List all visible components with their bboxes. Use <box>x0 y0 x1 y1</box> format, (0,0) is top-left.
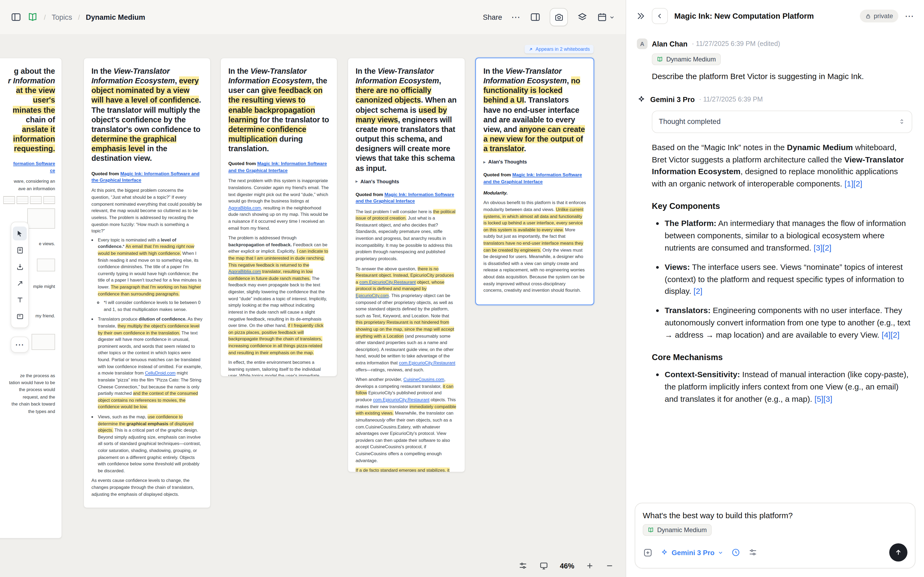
settings-sliders-icon[interactable] <box>748 548 758 557</box>
expand-collapse-icon <box>898 118 905 125</box>
note-tool-icon[interactable] <box>13 243 27 257</box>
appears-in-whiteboards-tooltip[interactable]: Appears in 2 whiteboards <box>525 45 594 53</box>
note-card-modularity[interactable]: In the View-Translator Information Ecosy… <box>475 58 594 305</box>
privacy-label: private <box>874 12 893 20</box>
card-body: The next problem with this system is ina… <box>228 177 330 377</box>
external-link-icon <box>528 47 533 52</box>
bullet-item: Translators: Engineering components with… <box>665 305 912 342</box>
thoughts-disclosure[interactable]: ▸ Alan's Thoughts <box>483 160 586 165</box>
note-card-confidence[interactable]: In the View-Translator Information Ecosy… <box>83 58 211 508</box>
layers-icon[interactable] <box>577 12 588 23</box>
message-meta: · 11/27/2025 6:39 PM (edited) <box>692 40 780 48</box>
figure-sketch <box>27 208 55 229</box>
source-link-fragment[interactable]: ce <box>0 167 55 174</box>
chat-menu-icon[interactable]: ⋯ <box>905 10 914 22</box>
zoom-in-icon[interactable] <box>586 561 594 570</box>
note-card-clipped[interactable]: g about ther Informationat the viewuser'… <box>0 58 62 538</box>
chat-panel: Magic Ink: New Computation Platform priv… <box>626 0 924 577</box>
text-fragment: tation would have to be <box>0 379 55 387</box>
card-title: g about ther Informationat the viewuser'… <box>0 66 55 153</box>
lock-icon <box>865 13 871 19</box>
import-tool-icon[interactable] <box>13 259 27 274</box>
chat-title: Magic Ink: New Computation Platform <box>674 12 814 20</box>
arrow-tool-icon[interactable] <box>13 276 27 290</box>
whiteboard-chip-icon <box>657 56 663 63</box>
text-tool-icon[interactable] <box>13 293 27 307</box>
privacy-badge[interactable]: private <box>860 10 898 23</box>
page-thumbnail <box>3 196 15 204</box>
canvas-zoom-bar: 46% <box>518 561 614 571</box>
title-line: chain of <box>0 115 55 124</box>
message-header: Gemini 3 Pro · 11/27/2025 6:39 PM <box>637 95 912 104</box>
assistant-answer: Based on the “Magic Ink” notes in the Dy… <box>652 142 912 406</box>
share-button[interactable]: Share <box>483 13 502 21</box>
thoughts-label: Alan's Thoughts <box>360 179 399 184</box>
composer-controls: Gemini 3 Pro <box>643 543 908 561</box>
section-heading: Core Mechanisms <box>652 351 912 363</box>
bullet-item: Views, such as the map, use confidence t… <box>98 414 203 474</box>
paragraph: The problem is addressed through backpro… <box>228 235 330 356</box>
paragraph: In effect, the entire environment become… <box>228 359 330 377</box>
breadcrumb-current[interactable]: Dynamic Medium <box>86 13 145 21</box>
title-line: at the view <box>0 86 55 95</box>
back-button[interactable] <box>652 8 668 24</box>
composer-input[interactable]: What's the best way to build this platfo… <box>643 511 908 520</box>
attach-icon[interactable] <box>643 547 653 558</box>
context-chip[interactable]: Dynamic Medium <box>652 53 720 65</box>
message-composer[interactable]: What's the best way to build this platfo… <box>635 503 916 569</box>
history-icon[interactable] <box>731 548 741 557</box>
calendar-icon <box>597 12 607 23</box>
timestamp: 11/27/2025 6:39 PM <box>703 96 763 103</box>
source-link-fragment[interactable]: formation Software <box>0 161 55 167</box>
title-line: r Information <box>0 76 55 85</box>
snapshot-icon <box>554 12 564 22</box>
sidebar-toggle-icon[interactable] <box>11 12 21 23</box>
select-tool-icon[interactable] <box>13 227 27 240</box>
paragraph: At this point, the biggest problem conce… <box>91 187 203 235</box>
bullet-item: The Platform: An intermediary that manag… <box>665 218 912 254</box>
model-selector[interactable]: Gemini 3 Pro <box>661 548 724 556</box>
quoted-from: Quoted from Magic Ink: Information Softw… <box>91 170 203 184</box>
more-menu-icon[interactable]: ⋯ <box>511 11 521 23</box>
figure-sketch <box>32 334 55 350</box>
paragraph: When another provider, CuisineCousins.co… <box>355 376 457 464</box>
note-card-canonization[interactable]: In the View-Translator Information Ecosy… <box>347 58 465 472</box>
user-message-text: Describe the platform Bret Victor is sug… <box>652 71 912 82</box>
whiteboard-canvas[interactable]: g about ther Informationat the viewuser'… <box>0 34 626 577</box>
calendar-button[interactable] <box>597 12 615 23</box>
thoughts-disclosure[interactable]: ▸ Alan's Thoughts <box>355 179 457 184</box>
text-fragment: ware, considering an <box>0 178 55 185</box>
message-meta: · 11/27/2025 6:39 PM <box>699 96 763 103</box>
card-tool-icon[interactable] <box>13 309 27 323</box>
note-card-feedback[interactable]: In the View-Translator Information Ecosy… <box>220 58 338 377</box>
panel-right-icon[interactable] <box>530 12 541 23</box>
sparkle-icon <box>661 548 669 556</box>
send-button[interactable] <box>889 543 908 561</box>
whiteboard-app-icon[interactable] <box>27 12 38 23</box>
zoom-level[interactable]: 46% <box>560 562 574 570</box>
fit-view-icon[interactable] <box>539 561 549 571</box>
thought-status[interactable]: Thought completed <box>652 111 912 133</box>
zoom-out-icon[interactable] <box>605 561 614 570</box>
text-fragment: the process would <box>0 387 55 394</box>
paragraph: The next problem with this system is ina… <box>228 177 330 232</box>
message-header: A Alan Chan · 11/27/2025 6:39 PM (edited… <box>637 39 912 49</box>
title-line: user's <box>0 95 55 105</box>
thoughts-label: Alan's Thoughts <box>488 160 527 165</box>
paragraph: If a de facto standard emerges and stabi… <box>355 467 457 472</box>
context-chip[interactable]: Dynamic Medium <box>643 524 711 536</box>
page-thumbnail <box>16 196 28 204</box>
bullet-list: Context-Sensitivity: Instead of manual i… <box>652 369 912 405</box>
chat-messages[interactable]: A Alan Chan · 11/27/2025 6:39 PM (edited… <box>626 32 924 496</box>
filters-icon[interactable] <box>518 561 528 571</box>
page-thumbnail <box>43 196 55 204</box>
model-label: Gemini 3 Pro <box>672 548 714 556</box>
quoted-from[interactable]: formation Softwarece <box>0 161 55 174</box>
more-tools-button[interactable]: ⋯ <box>11 337 29 353</box>
capture-button[interactable] <box>550 8 568 26</box>
answer-sections: Key Components The Platform: An intermed… <box>652 200 912 405</box>
breadcrumb-topics[interactable]: Topics <box>52 13 72 21</box>
title-line: information <box>0 134 55 144</box>
edited-label: (edited) <box>758 40 780 48</box>
collapse-panel-icon[interactable] <box>636 11 645 21</box>
